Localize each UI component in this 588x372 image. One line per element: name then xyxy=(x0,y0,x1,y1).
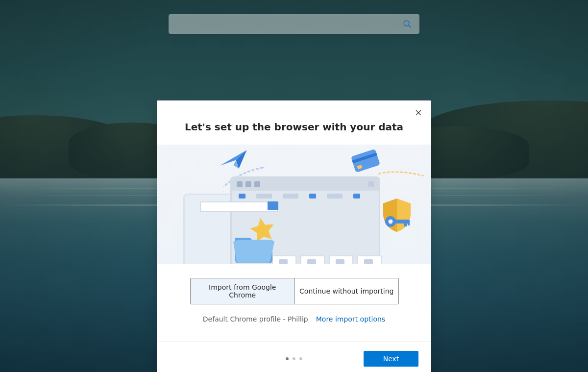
step-indicator xyxy=(286,357,302,360)
folder-icon xyxy=(233,231,274,264)
key-icon xyxy=(384,214,412,231)
dialog-body: Import from Google Chrome Continue witho… xyxy=(157,264,431,328)
credit-card-icon xyxy=(351,149,380,173)
dialog-title: Let's set up the browser with your data xyxy=(167,121,421,133)
dialog-footer: Next xyxy=(157,342,431,372)
continue-without-importing-button[interactable]: Continue without importing xyxy=(294,278,399,304)
import-from-chrome-button[interactable]: Import from Google Chrome xyxy=(191,278,294,304)
search-bar[interactable] xyxy=(169,14,419,34)
dialog-header: Let's set up the browser with your data xyxy=(157,100,431,145)
next-button[interactable]: Next xyxy=(364,351,418,367)
more-import-options-link[interactable]: More import options xyxy=(316,315,385,323)
step-dot xyxy=(286,357,289,360)
step-dot xyxy=(293,357,295,360)
svg-rect-11 xyxy=(408,223,410,225)
import-option-group: Import from Google Chrome Continue witho… xyxy=(190,278,399,304)
step-dot xyxy=(299,357,302,360)
search-input[interactable] xyxy=(175,20,403,28)
svg-rect-9 xyxy=(395,220,410,223)
svg-point-8 xyxy=(389,220,393,224)
close-button[interactable] xyxy=(413,107,424,119)
default-profile-label: Default Chrome profile - Phillip xyxy=(203,315,308,323)
svg-line-1 xyxy=(409,25,411,27)
svg-rect-10 xyxy=(404,223,407,226)
setup-dialog: Let's set up the browser with your data xyxy=(157,100,431,372)
dialog-illustration xyxy=(157,145,431,264)
svg-marker-4 xyxy=(219,150,248,166)
close-icon xyxy=(416,110,421,117)
searchbar-illustration-icon xyxy=(200,201,278,212)
paper-plane-icon xyxy=(217,148,251,176)
search-icon[interactable] xyxy=(403,20,412,28)
